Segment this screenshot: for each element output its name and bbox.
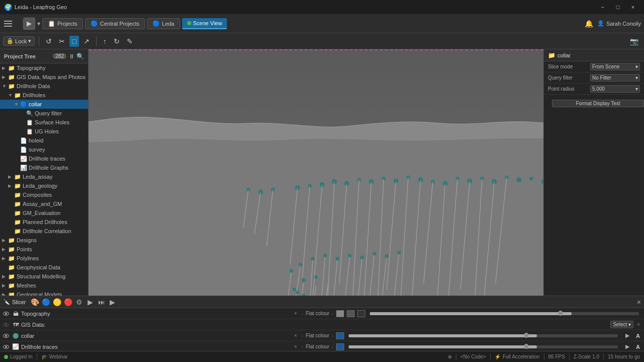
slicer-tool-5[interactable]: ⚙ — [74, 297, 85, 307]
icon-points: 📁 — [8, 246, 15, 253]
tool-edit[interactable]: ✎ — [124, 36, 135, 47]
tool-active[interactable]: □ — [69, 36, 78, 47]
tool-rotate[interactable]: ↺ — [43, 36, 54, 47]
sidebar-item-meshes[interactable]: ▶ 📁 Meshes — [0, 281, 88, 290]
sidebar-item-leda-assay[interactable]: ▶ 📁 Leda_assay — [0, 172, 88, 181]
projects-button[interactable]: 📋 Projects — [42, 18, 83, 29]
camera-button[interactable]: 📷 — [627, 36, 641, 47]
record-button[interactable]: ▶ — [23, 18, 35, 30]
sidebar-item-composites[interactable]: 📁 Composites — [0, 190, 88, 199]
gis-select-dropdown[interactable]: Select ▾ — [610, 321, 633, 328]
layer-opacity-collar[interactable] — [349, 334, 618, 337]
maximize-button[interactable]: □ — [611, 2, 625, 12]
eye-icon-gis — [3, 323, 9, 327]
tool-refresh[interactable]: ↻ — [111, 36, 122, 47]
layer-action-collar-1[interactable]: ▶ — [622, 332, 632, 340]
point-radius-input[interactable]: 5.000 ▾ — [590, 85, 640, 93]
sidebar-item-collar[interactable]: ▼ 🔵 collar — [0, 100, 88, 109]
sidebar-item-drillhole-data[interactable]: ▼ 📁 Drillhole Data — [0, 82, 88, 91]
slicer-tool-3[interactable]: 🟡 — [52, 297, 62, 307]
slicer-tool-next[interactable]: ⏭ — [97, 297, 107, 307]
project-tree-label: Project Tree — [4, 53, 53, 59]
sidebar-item-drillhole-corr[interactable]: 📁 Drillhole Correlation — [0, 227, 88, 236]
dropdown-arrow[interactable]: ▾ — [37, 20, 40, 27]
sidebar-item-topography[interactable]: ▶ 📁 Topography — [0, 63, 88, 73]
sidebar-item-geophysical-data[interactable]: 📁 Geophysical Data — [0, 263, 88, 272]
svg-point-73 — [289, 269, 293, 272]
close-button[interactable]: × — [626, 2, 640, 12]
panel-close-button[interactable]: × — [637, 298, 641, 306]
tool-up[interactable]: ↑ — [101, 36, 109, 47]
search-icon[interactable]: 🔍 — [76, 53, 84, 60]
layer-swatch-topo3[interactable] — [357, 310, 365, 317]
slicer-tool-4[interactable]: 🔴 — [63, 297, 73, 307]
layer-swatch-collar[interactable] — [336, 332, 344, 339]
sidebar-item-planned-drillholes[interactable]: 📁 Planned Drillholes — [0, 218, 88, 227]
tool-select[interactable]: ✂ — [56, 36, 67, 47]
layer-swatch-topo[interactable] — [336, 310, 344, 317]
format-display-button[interactable]: Format Display Text — [552, 100, 644, 107]
sidebar-item-ug-holes[interactable]: 📋 UG Holes — [0, 127, 88, 136]
sidebar-item-polylines[interactable]: ▶ 📁 Polylines — [0, 254, 88, 263]
scene-view-tab[interactable]: Scene View — [182, 18, 227, 29]
sidebar-item-designs[interactable]: ▶ 📁 Designs — [0, 236, 88, 245]
sidebar-item-drillholes[interactable]: ▼ 📁 Drillholes — [0, 91, 88, 100]
layer-swatch-topo2[interactable] — [347, 310, 355, 317]
tool-arrow[interactable]: ↗ — [81, 36, 92, 47]
opacity-fill-collar — [349, 334, 537, 337]
layer-label-traces[interactable]: A — [634, 343, 642, 351]
sidebar-item-gm-evaluation[interactable]: 📁 GM_Evaluation — [0, 208, 88, 218]
slicer-tool-1[interactable]: 🎨 — [30, 297, 40, 307]
sidebar-item-drillhole-traces[interactable]: 📈 Drillhole traces — [0, 154, 88, 163]
lock-button[interactable]: 🔒 Lock ▾ — [3, 36, 35, 46]
acceleration-status: ⚡ Full Acceleration — [495, 354, 539, 359]
sidebar-item-query-filter[interactable]: 🔍 Query filter — [0, 109, 88, 118]
webinar-status[interactable]: 🎓 Webinar — [41, 354, 68, 359]
user-profile[interactable]: 👤 Sarah Conoily — [597, 20, 641, 27]
slicer-tool-play2[interactable]: ▶ — [108, 297, 118, 307]
slice-mode-dropdown[interactable]: From Scene ▾ — [590, 63, 640, 70]
layer-close-collar[interactable]: × — [292, 332, 299, 339]
central-projects-button[interactable]: 🔵 Central Projects — [85, 18, 145, 29]
sidebar-item-surface-holes[interactable]: 📋 Surface Holes — [0, 118, 88, 127]
hours-text: 15 hours to go — [608, 354, 640, 359]
sidebar-item-holeid[interactable]: 📄 holeid — [0, 136, 88, 145]
notification-bell[interactable]: 🔔 — [585, 20, 593, 28]
layer-close-gis[interactable]: × — [635, 321, 642, 328]
eye-icon-collar — [3, 334, 9, 338]
layer-action-traces-1[interactable]: ▶ — [622, 343, 632, 351]
layer-close-traces[interactable]: × — [292, 343, 299, 350]
opacity-thumb-topo[interactable] — [558, 311, 563, 316]
hamburger-menu[interactable] — [3, 18, 14, 29]
sidebar-item-drillhole-graphs[interactable]: 📊 Drillhole Graphs — [0, 163, 88, 172]
icon-structural-modelling: 📁 — [8, 273, 15, 280]
sidebar-item-assay-gm[interactable]: 📁 Assay_and_GM — [0, 199, 88, 208]
layer-swatch-traces[interactable] — [336, 343, 344, 350]
sidebar-item-gis[interactable]: ▶ 📁 GIS Data, Maps and Photos — [0, 73, 88, 82]
slicer-tool-2[interactable]: 🔵 — [41, 297, 51, 307]
opacity-thumb-traces[interactable] — [524, 344, 529, 349]
sidebar-item-points[interactable]: ▶ 📁 Points — [0, 245, 88, 254]
pause-icon[interactable]: ⏸ — [68, 53, 74, 60]
leda-button[interactable]: 🔵 Leda — [147, 18, 180, 29]
icon-drillhole-data: 📁 — [8, 83, 15, 90]
layer-opacity-traces[interactable] — [349, 345, 618, 348]
sidebar-item-survey[interactable]: 📄 survey — [0, 145, 88, 154]
layer-visibility-collar[interactable] — [2, 332, 10, 340]
minimize-button[interactable]: − — [596, 2, 610, 12]
sidebar-item-structural-modelling[interactable]: ▶ 📁 Structural Modelling — [0, 272, 88, 281]
layer-opacity-topo[interactable] — [370, 312, 639, 315]
layer-close-topography[interactable]: × — [292, 310, 299, 317]
sidebar-header: Project Tree 282 ⏸ 🔍 — [0, 49, 88, 63]
point-radius-label: Point radius — [548, 86, 588, 92]
layer-visibility-gis[interactable] — [2, 321, 10, 329]
sidebar-item-leda-geology[interactable]: ▶ 📁 Leda_geology — [0, 181, 88, 190]
arrow-meshes: ▶ — [2, 283, 8, 288]
opacity-thumb-collar[interactable] — [524, 333, 529, 338]
layer-visibility-traces[interactable] — [2, 343, 10, 351]
layer-label-collar[interactable]: A — [634, 332, 642, 340]
layer-visibility-topography[interactable] — [2, 310, 10, 318]
icon-topography: 📁 — [8, 65, 15, 71]
query-filter-dropdown[interactable]: No Filter ▾ — [590, 74, 640, 82]
slicer-tool-play1[interactable]: ▶ — [86, 297, 96, 307]
